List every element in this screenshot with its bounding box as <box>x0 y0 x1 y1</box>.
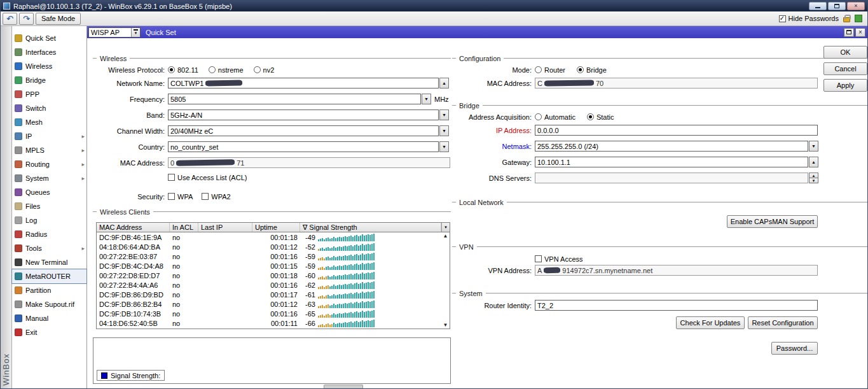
ip-address-label: IP Address: <box>452 127 532 134</box>
radio-static[interactable]: Static <box>587 113 614 121</box>
sidebar-item-tools[interactable]: Tools▸ <box>12 241 86 255</box>
column-header-in-acl[interactable]: In ACL <box>170 223 198 232</box>
spin-down-icon[interactable]: ▼ <box>809 178 818 183</box>
check-for-updates-button[interactable]: Check For Updates <box>676 316 745 329</box>
undo-button[interactable]: ↶ <box>3 13 17 25</box>
mode-select[interactable]: WISP AP ▼ <box>88 27 141 38</box>
network-name-up-button[interactable]: ▲ <box>439 78 449 88</box>
client-row[interactable]: 00:27:22:B4:4A:A6no00:01:16-62 <box>97 280 450 290</box>
cancel-button[interactable]: Cancel <box>823 62 867 75</box>
spin-up-icon[interactable]: ▲ <box>809 173 818 178</box>
sidebar-item-system[interactable]: System▸ <box>12 171 86 185</box>
radio-nv2[interactable]: nv2 <box>254 66 275 74</box>
files-icon <box>15 202 22 210</box>
country-dropdown-button[interactable]: ▼ <box>439 141 449 152</box>
clients-table-body: ▲ ▼ DC:9F:DB:46:1E:9Ano00:01:18-4904:18:… <box>97 232 450 329</box>
country-input[interactable]: no_country_set <box>168 141 439 152</box>
wpa2-checkbox[interactable]: WPA2 <box>202 193 230 201</box>
sidebar-item-ppp[interactable]: PPP <box>12 87 86 101</box>
netmask-input[interactable]: 255.255.255.0 (/24) <box>535 141 808 152</box>
sidebar-item-interfaces[interactable]: Interfaces <box>12 45 86 59</box>
radio-80211[interactable]: 802.11 <box>168 66 198 74</box>
use-access-list-checkbox[interactable]: Use Access List (ACL) <box>168 174 247 181</box>
sidebar-item-manual[interactable]: Manual <box>12 311 86 325</box>
wireless-mac-input[interactable]: 0 71 <box>168 157 450 168</box>
maximize-button[interactable] <box>828 2 846 10</box>
ip-icon <box>15 132 22 140</box>
chevron-down-icon[interactable]: ▼ <box>131 28 140 37</box>
band-input[interactable]: 5GHz-A/N <box>168 110 439 120</box>
safe-mode-button[interactable]: Safe Mode <box>36 13 81 25</box>
config-mac-label: MAC Address: <box>452 80 532 87</box>
router-identity-input[interactable]: T2_2 <box>535 300 818 311</box>
channel-width-input[interactable]: 20/40MHz eC <box>168 125 439 136</box>
column-options-button[interactable]: ▼ <box>441 223 450 232</box>
sidebar-item-queues[interactable]: Queues <box>12 185 86 199</box>
client-row[interactable]: 04:18:D6:64:AD:BAno00:01:12-52 <box>97 242 450 251</box>
client-row[interactable]: DC:9F:DB:86:D9:BDno00:01:17-61 <box>97 290 450 299</box>
sidebar-item-make-supout-rif[interactable]: Make Supout.rif <box>12 297 86 311</box>
column-header-uptime[interactable]: Uptime <box>252 223 300 232</box>
sidebar-item-ip[interactable]: IP▸ <box>12 129 86 143</box>
sidebar-item-new-terminal[interactable]: New Terminal <box>12 255 86 269</box>
client-row[interactable]: 04:18:D6:52:40:5Bno00:01:11-66 <box>97 318 450 328</box>
sidebar-item-routing[interactable]: Routing▸ <box>12 157 86 171</box>
reset-configuration-button[interactable]: Reset Configuration <box>748 316 818 329</box>
client-row[interactable]: DC:9F:DB:4C:D4:A8no00:01:15-59 <box>97 261 450 271</box>
sidebar-item-wireless[interactable]: Wireless <box>12 59 86 73</box>
sidebar-item-switch[interactable]: Switch <box>12 101 86 115</box>
sidebar-item-metarouter[interactable]: MetaROUTER <box>12 269 86 283</box>
quickset-close-button[interactable]: × <box>855 28 865 37</box>
client-row[interactable]: DC:9F:DB:86:B2:B4no00:01:12-63 <box>97 299 450 309</box>
frequency-dropdown-button[interactable]: ▼ <box>422 94 431 104</box>
ok-button[interactable]: OK <box>823 46 867 59</box>
sidebar-item-bridge[interactable]: Bridge <box>12 73 86 87</box>
close-button[interactable]: × <box>847 2 865 10</box>
ip-address-input[interactable]: 0.0.0.0 <box>535 125 818 136</box>
vpn-access-checkbox[interactable]: VPN Access <box>535 255 583 263</box>
column-header-last-ip[interactable]: Last IP <box>198 223 252 232</box>
dns-servers-input[interactable] <box>535 173 808 183</box>
wpa-checkbox[interactable]: WPA <box>168 193 193 201</box>
radio-automatic[interactable]: Automatic <box>535 113 575 121</box>
frequency-input[interactable]: 5805 <box>168 94 421 104</box>
column-header-mac[interactable]: MAC Address <box>97 223 170 232</box>
wireless-icon <box>15 62 22 70</box>
quickset-restore-button[interactable] <box>844 28 854 37</box>
vpn-address-input[interactable]: A 914972c7.sn.mynetname.net <box>535 265 818 276</box>
password-button[interactable]: Password... <box>771 342 818 355</box>
minimize-button[interactable] <box>809 2 827 10</box>
radio-router[interactable]: Router <box>535 66 565 74</box>
client-row[interactable]: DC:9F:DB:10:74:3Bno00:01:16-65 <box>97 309 450 318</box>
sidebar-item-log[interactable]: Log <box>12 213 86 227</box>
enable-capsman-button[interactable]: Enable CAPsMAN Support <box>727 215 818 228</box>
sidebar-item-mpls[interactable]: MPLS▸ <box>12 143 86 157</box>
client-row[interactable]: 00:27:22:BE:03:87no00:01:16-59 <box>97 251 450 261</box>
scrollbar-stub[interactable] <box>324 385 363 388</box>
network-name-input[interactable]: COLTWP1 <box>168 78 439 88</box>
sidebar-item-mesh[interactable]: Mesh <box>12 115 86 129</box>
sidebar-item-partition[interactable]: Partition <box>12 283 86 297</box>
sidebar-item-radius[interactable]: Radius <box>12 227 86 241</box>
sidebar-item-files[interactable]: Files <box>12 199 86 213</box>
scroll-down-icon[interactable]: ▼ <box>442 322 449 328</box>
band-dropdown-button[interactable]: ▼ <box>439 110 449 120</box>
gateway-up-button[interactable]: ▲ <box>809 157 818 167</box>
client-row[interactable]: 00:27:22:D8:ED:D7no00:01:18-60 <box>97 271 450 280</box>
gateway-input[interactable]: 10.100.1.1 <box>535 157 808 167</box>
radio-bridge[interactable]: Bridge <box>577 66 607 74</box>
hide-passwords-checkbox[interactable]: Hide Passwords <box>779 15 839 22</box>
wireless-clients-section-header: Wireless Clients <box>93 208 451 215</box>
scroll-up-icon[interactable]: ▲ <box>442 233 449 239</box>
column-header-signal-strength[interactable]: ∇ Signal Strength <box>300 223 441 232</box>
apply-button[interactable]: Apply <box>823 79 867 92</box>
config-mac-input[interactable]: C 70 <box>535 78 818 88</box>
client-row[interactable]: DC:9F:DB:46:1E:9Ano00:01:18-49 <box>97 232 450 242</box>
sidebar-item-quick-set[interactable]: Quick Set <box>12 31 86 45</box>
partition-icon <box>15 286 22 294</box>
redo-button[interactable]: ↷ <box>19 13 34 25</box>
netmask-dropdown-button[interactable]: ▼ <box>809 141 818 152</box>
radio-nstreme[interactable]: nstreme <box>209 66 244 74</box>
channel-width-dropdown-button[interactable]: ▼ <box>439 125 449 136</box>
sidebar-item-exit[interactable]: Exit <box>12 325 86 339</box>
